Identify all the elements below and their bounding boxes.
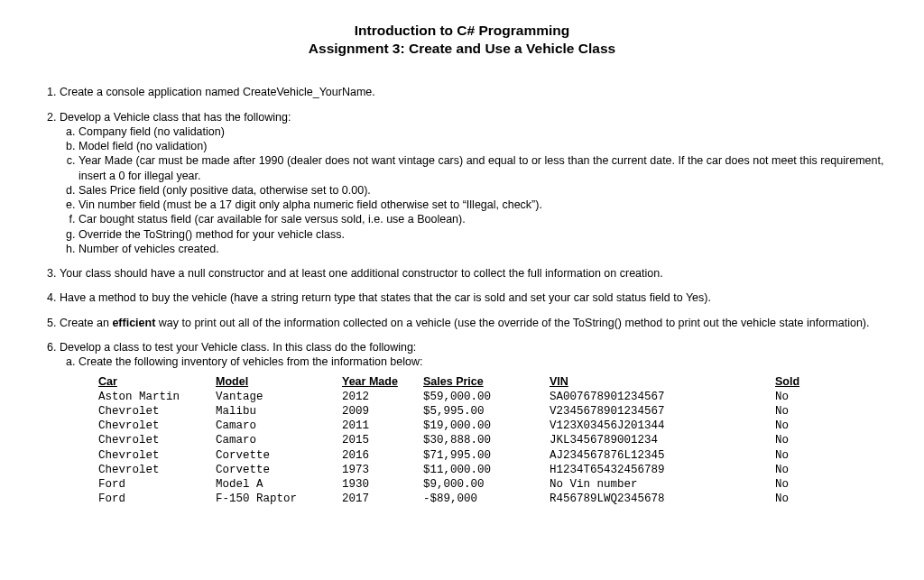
item-2f: Car bought status field (car available f…: [79, 212, 884, 226]
table-row: ChevroletCorvette2016$71,995.00AJ2345678…: [98, 448, 829, 463]
cell-model: Corvette: [216, 448, 342, 463]
cell-vin: No Vin number: [550, 477, 775, 492]
cell-price: $71,995.00: [423, 448, 550, 463]
cell-sold: No: [775, 477, 829, 492]
cell-year: 2011: [342, 419, 423, 433]
th-sold: Sold: [775, 374, 829, 389]
cell-year: 2009: [342, 404, 423, 419]
cell-model: Malibu: [216, 404, 342, 419]
cell-year: 2016: [342, 448, 423, 463]
cell-vin: SA007678901234567: [550, 390, 775, 404]
item-5-efficient: efficient: [112, 317, 155, 329]
cell-price: $5,995.00: [423, 404, 550, 419]
cell-model: Model A: [216, 477, 342, 492]
cell-vin: R456789LWQ2345678: [550, 492, 775, 506]
cell-sold: No: [775, 419, 829, 433]
cell-year: 2012: [342, 390, 423, 404]
cell-vin: V2345678901234567: [550, 404, 775, 419]
item-2e: Vin number field (must be a 17 digit onl…: [79, 198, 884, 212]
item-6: Develop a class to test your Vehicle cla…: [60, 340, 884, 507]
table-row: FordF-150 Raptor2017-$89,000R456789LWQ23…: [98, 492, 829, 506]
page-subtitle: Assignment 3: Create and Use a Vehicle C…: [40, 40, 884, 58]
cell-sold: No: [775, 390, 829, 404]
cell-model: F-150 Raptor: [216, 492, 342, 506]
table-row: ChevroletMalibu2009$5,995.00V23456789012…: [98, 404, 829, 419]
item-5: Create an efficient way to print out all…: [60, 316, 884, 330]
table-row: FordModel A1930$9,000.00No Vin numberNo: [98, 477, 829, 492]
cell-car: Chevrolet: [98, 433, 216, 447]
table-row: ChevroletCamaro2011$19,000.00V123X03456J…: [98, 419, 829, 433]
table-row: ChevroletCorvette1973$11,000.00H1234T654…: [98, 463, 829, 477]
cell-price: -$89,000: [423, 492, 550, 506]
table-header-row: Car Model Year Made Sales Price VIN Sold: [98, 374, 829, 389]
item-6-text: Develop a class to test your Vehicle cla…: [60, 341, 416, 354]
cell-vin: H1234T65432456789: [550, 463, 775, 477]
cell-car: Aston Martin: [98, 390, 216, 404]
cell-model: Corvette: [216, 463, 342, 477]
table-row: Aston MartinVantage2012$59,000.00SA00767…: [98, 390, 829, 404]
cell-sold: No: [775, 404, 829, 419]
cell-car: Ford: [98, 477, 216, 492]
cell-price: $11,000.00: [423, 463, 550, 477]
item-3: Your class should have a null constructo…: [60, 266, 884, 281]
cell-price: $9,000.00: [423, 477, 550, 492]
cell-vin: AJ234567876L12345: [550, 448, 775, 463]
cell-year: 1930: [342, 477, 423, 492]
th-vin: VIN: [550, 374, 775, 389]
item-4: Have a method to buy the vehicle (have a…: [60, 290, 884, 305]
page-title: Introduction to C# Programming: [40, 22, 884, 40]
item-2g: Override the ToString() method for your …: [79, 227, 884, 242]
cell-vin: JKL3456789001234: [550, 433, 775, 447]
cell-vin: V123X03456J201344: [550, 419, 775, 433]
cell-model: Vantage: [216, 390, 342, 404]
vehicle-table: Car Model Year Made Sales Price VIN Sold…: [98, 374, 829, 506]
item-2: Develop a Vehicle class that has the fol…: [60, 110, 884, 257]
cell-car: Ford: [98, 492, 216, 506]
item-6a: Create the following inventory of vehicl…: [79, 354, 884, 369]
cell-car: Chevrolet: [98, 448, 216, 463]
th-car: Car: [98, 374, 216, 389]
cell-sold: No: [775, 463, 829, 477]
cell-year: 1973: [342, 463, 423, 477]
table-row: ChevroletCamaro2015$30,888.00JKL34567890…: [98, 433, 829, 447]
item-2a: Company field (no validation): [79, 124, 884, 139]
cell-car: Chevrolet: [98, 419, 216, 433]
th-price: Sales Price: [423, 374, 550, 389]
cell-model: Camaro: [216, 419, 342, 433]
cell-price: $19,000.00: [423, 419, 550, 433]
item-5-part-a: Create an: [60, 317, 112, 329]
cell-sold: No: [775, 492, 829, 506]
cell-car: Chevrolet: [98, 404, 216, 419]
item-2h: Number of vehicles created.: [79, 242, 884, 256]
th-model: Model: [216, 374, 342, 389]
th-year: Year Made: [342, 374, 423, 389]
item-1: Create a console application named Creat…: [60, 85, 884, 99]
cell-car: Chevrolet: [98, 463, 216, 477]
cell-sold: No: [775, 448, 829, 463]
cell-year: 2015: [342, 433, 423, 447]
item-2-text: Develop a Vehicle class that has the fol…: [60, 111, 291, 124]
item-2c: Year Made (car must be made after 1990 (…: [79, 153, 884, 183]
item-6-sublist: Create the following inventory of vehicl…: [60, 354, 884, 369]
cell-sold: No: [775, 433, 829, 447]
item-2b: Model field (no validation): [79, 139, 884, 153]
cell-price: $59,000.00: [423, 390, 550, 404]
cell-year: 2017: [342, 492, 423, 506]
item-5-part-c: way to print out all of the information …: [155, 317, 869, 329]
cell-model: Camaro: [216, 433, 342, 447]
main-list: Create a console application named Creat…: [40, 85, 884, 506]
cell-price: $30,888.00: [423, 433, 550, 447]
item-2d: Sales Price field (only positive data, o…: [79, 183, 884, 198]
item-2-sublist: Company field (no validation) Model fiel…: [60, 124, 884, 256]
